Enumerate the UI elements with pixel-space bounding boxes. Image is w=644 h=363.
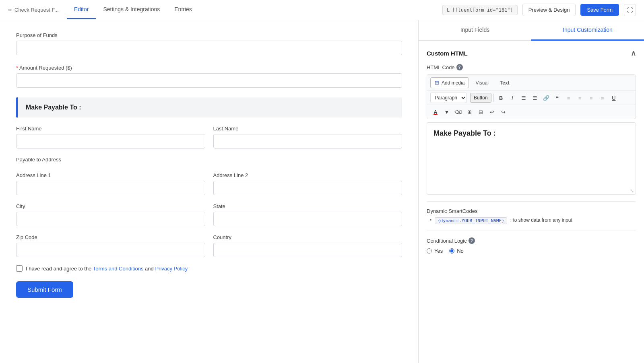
resize-handle[interactable]: ⤡ bbox=[630, 188, 634, 194]
ol-btn[interactable]: ☰ bbox=[530, 93, 540, 103]
bold-btn[interactable]: B bbox=[496, 93, 506, 103]
city-state-row: City State bbox=[16, 203, 402, 226]
conditional-info-icon[interactable]: ? bbox=[469, 237, 475, 244]
ul-btn[interactable]: ☰ bbox=[518, 93, 529, 103]
zip-col: Zip Code bbox=[16, 234, 205, 257]
address1-label: Address Line 1 bbox=[16, 172, 205, 178]
terms-row: I have read and agree to the Terms and C… bbox=[16, 265, 402, 272]
country-input[interactable] bbox=[213, 243, 402, 257]
breadcrumb: ✏ Check Request F... bbox=[8, 7, 59, 13]
toolbar-row2: Paragraph Button B I ☰ ☰ 🔗 ❝ ≡ ≡ ≡ ≡ U bbox=[427, 91, 636, 105]
no-option[interactable]: No bbox=[449, 248, 464, 254]
zip-label: Zip Code bbox=[16, 234, 205, 240]
amount-section: *Amount Requested ($) bbox=[16, 65, 402, 88]
first-name-label: First Name bbox=[16, 126, 205, 132]
state-input[interactable] bbox=[213, 212, 402, 226]
purpose-of-funds-section: Purpose of Funds bbox=[16, 32, 402, 55]
state-label: State bbox=[213, 203, 402, 209]
terms-link[interactable]: Terms and Conditions bbox=[93, 266, 144, 272]
breadcrumb-text: Check Request F... bbox=[14, 7, 59, 13]
submit-button[interactable]: Submit Form bbox=[16, 281, 73, 298]
italic-btn[interactable]: I bbox=[507, 93, 518, 103]
privacy-link[interactable]: Privacy Policy bbox=[155, 266, 188, 272]
address2-input[interactable] bbox=[213, 181, 402, 195]
nav-right: L [fluentform id="181"] Preview & Design… bbox=[442, 4, 636, 16]
terms-checkbox[interactable] bbox=[16, 265, 23, 272]
amount-label: *Amount Requested ($) bbox=[16, 65, 402, 71]
redo-btn[interactable]: ↪ bbox=[498, 107, 508, 117]
quote-btn[interactable]: ❝ bbox=[552, 93, 563, 103]
align-center-btn[interactable]: ≡ bbox=[575, 93, 585, 103]
color-picker-btn[interactable]: ▼ bbox=[442, 107, 452, 117]
add-media-button[interactable]: ⊞ Add media bbox=[430, 77, 469, 88]
purpose-input[interactable] bbox=[16, 41, 402, 55]
country-label: Country bbox=[213, 234, 402, 240]
name-row: First Name Last Name bbox=[16, 126, 402, 148]
panel-divider1 bbox=[427, 201, 636, 202]
custom-html-section-title: Custom HTML ∧ bbox=[427, 49, 636, 58]
preview-button[interactable]: Preview & Design bbox=[522, 4, 576, 16]
table-insert-btn[interactable]: ⊞ bbox=[464, 107, 475, 117]
city-input[interactable] bbox=[16, 212, 205, 226]
undo-btn[interactable]: ↩ bbox=[487, 107, 497, 117]
address2-label: Address Line 2 bbox=[213, 172, 402, 178]
amount-input[interactable] bbox=[16, 73, 402, 88]
tab-input-customization[interactable]: Input Customization bbox=[531, 20, 644, 41]
align-left-btn[interactable]: ≡ bbox=[564, 93, 574, 103]
font-color-btn[interactable]: A bbox=[430, 107, 441, 117]
html-code-label: HTML Code ? bbox=[427, 64, 636, 70]
panel-divider2 bbox=[427, 231, 636, 231]
collapse-icon[interactable]: ∧ bbox=[631, 49, 636, 58]
text-tab[interactable]: Text bbox=[495, 78, 514, 88]
paragraph-select[interactable]: Paragraph bbox=[430, 93, 467, 103]
tab-settings[interactable]: Settings & Integrations bbox=[96, 0, 167, 19]
zip-input[interactable] bbox=[16, 243, 205, 257]
button-style-btn[interactable]: Button bbox=[470, 93, 491, 103]
align-justify-btn[interactable]: ≡ bbox=[597, 93, 608, 103]
link-btn[interactable]: 🔗 bbox=[541, 93, 551, 103]
tab-entries[interactable]: Entries bbox=[167, 0, 199, 19]
editor-heading: Make Payable To : bbox=[433, 129, 629, 138]
toolbar-divider1 bbox=[493, 94, 494, 102]
section-header-text: Make Payable To : bbox=[26, 104, 394, 111]
city-label: City bbox=[16, 203, 205, 209]
custom-html-label: Custom HTML bbox=[427, 50, 468, 57]
editor-content-area[interactable]: Make Payable To : ⤡ bbox=[427, 122, 636, 195]
address1-input[interactable] bbox=[16, 181, 205, 195]
save-button[interactable]: Save Form bbox=[580, 4, 619, 16]
table-align-btn[interactable]: ⊟ bbox=[475, 107, 486, 117]
align-right-btn[interactable]: ≡ bbox=[586, 93, 597, 103]
last-name-input[interactable] bbox=[213, 134, 402, 148]
eraser-btn[interactable]: ⌫ bbox=[453, 107, 463, 117]
first-name-input[interactable] bbox=[16, 134, 205, 148]
yes-radio[interactable] bbox=[427, 248, 432, 254]
underline-btn[interactable]: U bbox=[609, 93, 619, 103]
toolbar-row1: ⊞ Add media Visual Text bbox=[427, 75, 636, 91]
expand-button[interactable]: ⛶ bbox=[624, 4, 636, 16]
html-code-info-icon[interactable]: ? bbox=[456, 64, 463, 70]
section-header: Make Payable To : bbox=[16, 97, 402, 118]
main-layout: Purpose of Funds *Amount Requested ($) M… bbox=[0, 20, 644, 363]
address-row: Address Line 1 Address Line 2 bbox=[16, 172, 402, 195]
html-editor-toolbar: ⊞ Add media Visual Text Paragraph Button… bbox=[427, 74, 636, 119]
panel-content: Custom HTML ∧ HTML Code ? ⊞ Add media Vi… bbox=[419, 41, 644, 262]
add-media-icon: ⊞ bbox=[435, 80, 439, 86]
last-name-label: Last Name bbox=[213, 126, 402, 132]
shortcode-badge[interactable]: L [fluentform id="181"] bbox=[442, 5, 518, 15]
conditional-radio-group: Yes No bbox=[427, 248, 636, 254]
dynamic-smartcodes-section: Dynamic SmartCodes {dynamic.YOUR_INPUT_N… bbox=[427, 208, 636, 224]
yes-option[interactable]: Yes bbox=[427, 248, 443, 254]
shortcode-text: [fluentform id="181"] bbox=[452, 7, 513, 13]
toolbar-row3: A ▼ ⌫ ⊞ ⊟ ↩ ↪ bbox=[427, 105, 636, 119]
city-col: City bbox=[16, 203, 205, 226]
tab-input-fields[interactable]: Input Fields bbox=[419, 20, 531, 41]
smart-code-desc: : to show data from any input bbox=[510, 217, 572, 223]
smartcodes-title: Dynamic SmartCodes bbox=[427, 208, 636, 214]
address1-col: Address Line 1 bbox=[16, 172, 205, 195]
visual-tab[interactable]: Visual bbox=[471, 78, 493, 88]
right-panel: Input Fields Input Customization Custom … bbox=[419, 20, 644, 363]
terms-label: I have read and agree to the Terms and C… bbox=[26, 266, 188, 272]
tab-editor[interactable]: Editor bbox=[67, 0, 96, 19]
shortcode-l-icon: L bbox=[447, 7, 450, 13]
no-radio[interactable] bbox=[449, 248, 454, 254]
